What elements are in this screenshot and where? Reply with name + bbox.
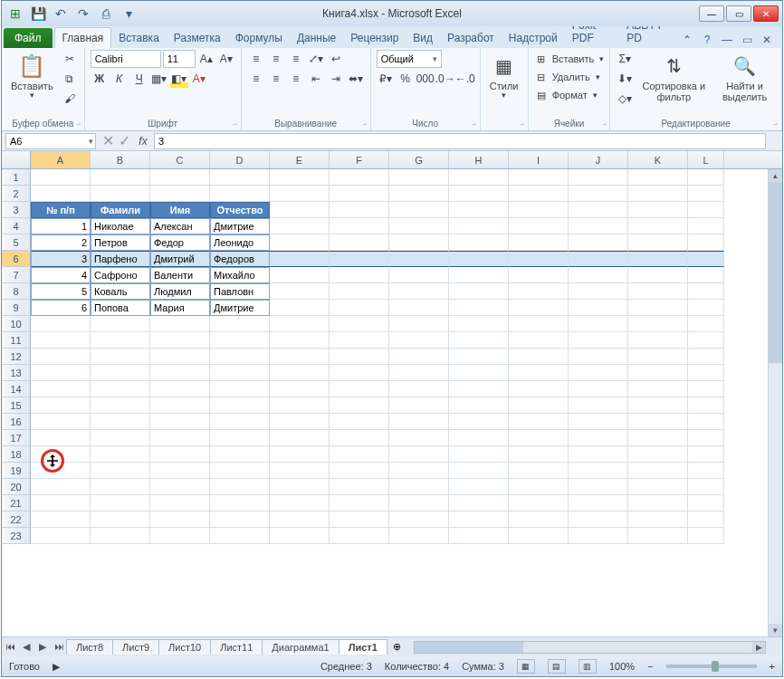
cell[interactable] bbox=[389, 169, 449, 186]
col-header-f[interactable]: F bbox=[330, 151, 389, 168]
cell[interactable] bbox=[688, 283, 724, 300]
cell[interactable] bbox=[91, 316, 150, 332]
cell[interactable] bbox=[31, 365, 91, 381]
cell[interactable] bbox=[688, 332, 724, 349]
cell[interactable] bbox=[330, 218, 389, 234]
cell[interactable] bbox=[569, 283, 628, 300]
col-header-l[interactable]: L bbox=[688, 151, 724, 168]
cell[interactable] bbox=[270, 397, 330, 414]
cell[interactable] bbox=[270, 430, 330, 446]
cell[interactable] bbox=[31, 414, 91, 430]
cell[interactable] bbox=[449, 186, 509, 202]
sort-filter-button[interactable]: ⇅ Сортировка и фильтр bbox=[637, 50, 710, 104]
col-header-i[interactable]: I bbox=[509, 151, 569, 168]
cell[interactable] bbox=[688, 414, 724, 430]
cell[interactable] bbox=[628, 430, 688, 446]
increase-decimal-icon[interactable]: .0→ bbox=[436, 70, 454, 88]
cell[interactable] bbox=[509, 446, 569, 463]
cell[interactable] bbox=[389, 234, 449, 251]
tab-addins[interactable]: Надстрой bbox=[502, 28, 565, 48]
cell[interactable]: Коваль bbox=[91, 283, 150, 300]
cell[interactable] bbox=[509, 234, 569, 251]
cell[interactable]: 5 bbox=[31, 283, 91, 300]
cell[interactable] bbox=[150, 430, 210, 446]
row-header[interactable]: 17 bbox=[2, 430, 31, 446]
cell[interactable] bbox=[330, 267, 389, 283]
cell[interactable]: Дмитрий bbox=[150, 251, 210, 267]
format-cells-button[interactable]: ▤Формат▾ bbox=[534, 86, 598, 104]
cell[interactable] bbox=[330, 283, 389, 300]
cell[interactable] bbox=[509, 267, 569, 283]
styles-button[interactable]: ▦ Стили ▾ bbox=[486, 50, 522, 102]
vertical-scrollbar[interactable]: ▴ ▾ bbox=[768, 169, 782, 636]
align-middle-icon[interactable]: ≡ bbox=[267, 50, 285, 68]
save-icon[interactable]: 💾 bbox=[28, 4, 48, 24]
cell[interactable]: 6 bbox=[31, 300, 91, 316]
cell[interactable] bbox=[688, 430, 724, 446]
hscroll-thumb[interactable] bbox=[415, 642, 523, 653]
tab-data[interactable]: Данные bbox=[290, 28, 343, 48]
cell[interactable] bbox=[628, 365, 688, 381]
row-header[interactable]: 13 bbox=[2, 365, 31, 381]
cell[interactable] bbox=[569, 463, 628, 479]
formula-input[interactable]: 3 bbox=[154, 133, 766, 149]
cell[interactable] bbox=[688, 381, 724, 397]
tab-formulas[interactable]: Формулы bbox=[228, 28, 290, 48]
cell[interactable] bbox=[509, 463, 569, 479]
sheet-tab[interactable]: Лист11 bbox=[210, 639, 263, 655]
row-header[interactable]: 20 bbox=[2, 479, 31, 495]
cell[interactable] bbox=[569, 218, 628, 234]
cell[interactable] bbox=[688, 234, 724, 251]
cell[interactable] bbox=[270, 202, 330, 218]
row-header[interactable]: 1 bbox=[2, 169, 31, 186]
cell[interactable] bbox=[150, 169, 210, 186]
row-header[interactable]: 5 bbox=[2, 234, 31, 251]
cell[interactable] bbox=[389, 463, 449, 479]
cell[interactable] bbox=[688, 169, 724, 186]
cell[interactable] bbox=[569, 365, 628, 381]
fill-color-button[interactable]: ◧▾ bbox=[170, 70, 188, 88]
cell[interactable] bbox=[569, 512, 628, 528]
undo-icon[interactable]: ↶ bbox=[51, 4, 71, 24]
col-header-h[interactable]: H bbox=[449, 151, 509, 168]
cell[interactable] bbox=[150, 446, 210, 463]
cell[interactable] bbox=[509, 169, 569, 186]
row-header[interactable]: 6 bbox=[2, 251, 31, 267]
cell[interactable] bbox=[91, 365, 150, 381]
cell[interactable] bbox=[210, 528, 270, 544]
cell[interactable] bbox=[628, 186, 688, 202]
cell[interactable] bbox=[150, 349, 210, 365]
cell[interactable] bbox=[330, 316, 389, 332]
row-header[interactable]: 9 bbox=[2, 300, 31, 316]
cell[interactable] bbox=[330, 495, 389, 512]
cell[interactable] bbox=[330, 186, 389, 202]
spreadsheet-grid[interactable]: A B C D E F G H I J K L 123№ п/пФамилиИм… bbox=[2, 151, 782, 636]
fill-icon[interactable]: ⬇▾ bbox=[616, 70, 634, 88]
cell[interactable] bbox=[150, 381, 210, 397]
cell[interactable] bbox=[210, 414, 270, 430]
paste-button[interactable]: 📋 Вставить ▾ bbox=[7, 50, 57, 102]
cell[interactable] bbox=[569, 430, 628, 446]
cell[interactable] bbox=[91, 169, 150, 186]
wrap-text-icon[interactable]: ↩ bbox=[327, 50, 345, 68]
row-header[interactable]: 8 bbox=[2, 283, 31, 300]
cell[interactable] bbox=[449, 332, 509, 349]
cell[interactable] bbox=[270, 463, 330, 479]
cell[interactable] bbox=[31, 349, 91, 365]
cell[interactable] bbox=[270, 300, 330, 316]
align-top-icon[interactable]: ≡ bbox=[247, 50, 265, 68]
tab-developer[interactable]: Разработ bbox=[440, 28, 502, 48]
cell[interactable] bbox=[688, 316, 724, 332]
select-all-corner[interactable] bbox=[2, 151, 31, 168]
cell[interactable] bbox=[509, 430, 569, 446]
cell[interactable] bbox=[270, 169, 330, 186]
workbook-close-icon[interactable]: ✕ bbox=[759, 32, 775, 48]
format-painter-icon[interactable]: 🖌 bbox=[61, 90, 79, 108]
cell[interactable] bbox=[509, 186, 569, 202]
align-right-icon[interactable]: ≡ bbox=[287, 70, 305, 88]
cell[interactable]: 4 bbox=[31, 267, 91, 283]
row-header[interactable]: 23 bbox=[2, 528, 31, 544]
cell[interactable] bbox=[449, 397, 509, 414]
cell[interactable] bbox=[389, 267, 449, 283]
cell[interactable] bbox=[628, 169, 688, 186]
